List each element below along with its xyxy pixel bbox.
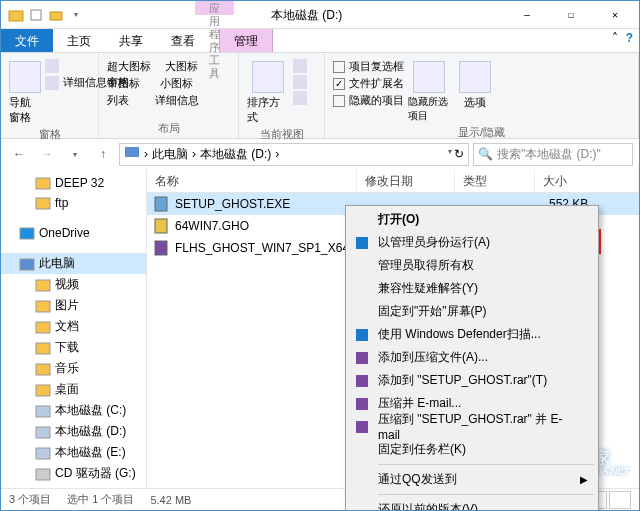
maximize-button[interactable]: ☐ [549,1,593,27]
close-button[interactable]: ✕ [593,1,637,27]
ctx-item[interactable]: 管理员取得所有权 [348,254,596,277]
history-dropdown[interactable]: ▾ [63,142,87,166]
tab-home[interactable]: 主页 [53,29,105,52]
ctx-item-label: 打开(O) [378,211,419,228]
tree-item-此电脑[interactable]: 此电脑 [1,253,146,274]
svg-rect-3 [125,147,139,157]
video-icon [35,277,51,293]
drive-icon [35,424,51,440]
tab-view[interactable]: 查看 [157,29,209,52]
crumb-pc[interactable]: 此电脑 [152,146,188,163]
tree-item-图片[interactable]: 图片 [1,295,146,316]
hide-selected-label: 隐藏所选项目 [408,95,450,123]
col-name[interactable]: 名称 [147,169,357,192]
svg-rect-1 [31,10,41,20]
tree-item-label: 文档 [55,318,79,335]
forward-button[interactable]: → [35,142,59,166]
refresh-icon[interactable]: ↻ [454,147,464,161]
breadcrumb[interactable]: › 此电脑 › 本地磁盘 (D:) › ▾ ↻ [119,143,469,166]
new-folder-icon[interactable] [47,6,65,24]
svg-rect-10 [36,322,50,333]
help-icon[interactable]: ? [626,31,633,45]
col-type[interactable]: 类型 [455,169,535,192]
search-icon: 🔍 [478,147,493,161]
tree-item-下载[interactable]: 下载 [1,337,146,358]
up-button[interactable]: ↑ [91,142,115,166]
tree-item-CD 驱动器 (G:)[interactable]: CD 驱动器 (G:) [1,463,146,484]
ctx-item[interactable]: 压缩到 "SETUP_GHOST.rar" 并 E-mail [348,415,596,438]
tree-item-DEEP 32[interactable]: DEEP 32 [1,173,146,193]
tree-item-label: ftp [55,196,68,210]
cd-icon [35,466,51,482]
tab-file[interactable]: 文件 [1,29,53,52]
col-date[interactable]: 修改日期 [357,169,455,192]
nav-pane-icon [9,61,41,93]
ctx-item[interactable]: 以管理员身份运行(A) [348,231,596,254]
tree-item-OneDrive[interactable]: OneDrive [1,223,146,243]
sort-button[interactable]: 排序方式 [247,57,289,125]
properties-icon[interactable] [27,6,45,24]
svg-rect-22 [356,237,368,249]
ctx-item[interactable]: 兼容性疑难解答(Y) [348,277,596,300]
group-current-label: 当前视图 [247,125,316,142]
file-ext-cb[interactable]: ✓ [333,78,345,90]
group-by-button[interactable] [293,59,307,73]
thumbnails-view-button[interactable] [609,491,631,509]
size-columns-button[interactable] [293,91,307,105]
drive-icon [35,403,51,419]
tree-item-音乐[interactable]: 音乐 [1,358,146,379]
ctx-item[interactable]: 添加到 "SETUP_GHOST.rar"(T) [348,369,596,392]
qat-dropdown-icon[interactable]: ▾ [67,6,85,24]
ctx-item-label: 添加到压缩文件(A)... [378,349,488,366]
tree-item-ftp[interactable]: ftp [1,193,146,213]
options-button[interactable]: 选项 [454,57,496,123]
tree-item-label: 此电脑 [39,255,75,272]
tree-item-桌面[interactable]: 桌面 [1,379,146,400]
ribbon-collapse-icon[interactable]: ˄ [612,31,618,45]
layout-list[interactable]: 列表 [107,93,129,108]
svg-rect-5 [36,198,50,209]
ctx-item[interactable]: 使用 Windows Defender扫描... [348,323,596,346]
rar-icon [354,373,370,389]
minimize-button[interactable]: — [505,1,549,27]
item-checkboxes-cb[interactable] [333,61,345,73]
hide-selected-icon [413,61,445,93]
folder-icon [35,195,51,211]
tree-item-视频[interactable]: 视频 [1,274,146,295]
layout-s[interactable]: 小图标 [160,76,193,91]
hide-selected-button[interactable]: 隐藏所选项目 [408,57,450,123]
addr-dropdown-icon[interactable]: ▾ [448,147,452,161]
back-button[interactable]: ← [7,142,31,166]
ribbon: 导航窗格 预览窗格 详细信息窗格 窗格 超大图标 大图标 中图标 小图标 列表 … [1,53,639,139]
hidden-items-cb[interactable] [333,95,345,107]
tree-item-label: CD 驱动器 (G:) [55,465,136,482]
ctx-item[interactable]: 固定到"开始"屏幕(P) [348,300,596,323]
tree-item-本地磁盘 (E:)[interactable]: 本地磁盘 (E:) [1,442,146,463]
ctx-item[interactable]: 添加到压缩文件(A)... [348,346,596,369]
ctx-item[interactable]: 打开(O) [348,208,596,231]
layout-details[interactable]: 详细信息 [155,93,199,108]
tree-item-label: 桌面 [55,381,79,398]
ctx-item[interactable]: 固定到任务栏(K) [348,438,596,461]
tab-share[interactable]: 共享 [105,29,157,52]
svg-rect-8 [36,280,50,291]
tree-item-文档[interactable]: 文档 [1,316,146,337]
crumb-drive[interactable]: 本地磁盘 (D:) [200,146,271,163]
rar-icon [354,350,370,366]
tree-item-label: DEEP 32 [55,176,104,190]
layout-xl[interactable]: 超大图标 [107,59,151,74]
search-input[interactable]: 🔍 搜索"本地磁盘 (D:)" [473,143,633,166]
ctx-item[interactable]: 还原以前的版本(V) [348,498,596,511]
tree-item-label: OneDrive [39,226,90,240]
ctx-item[interactable]: 通过QQ发送到▶ [348,468,596,491]
layout-l[interactable]: 大图标 [165,59,198,74]
tree-item-本地磁盘 (D:)[interactable]: 本地磁盘 (D:) [1,421,146,442]
col-size[interactable]: 大小 [535,169,639,192]
tab-manage[interactable]: 管理 [219,29,273,52]
nav-tree[interactable]: DEEP 32ftpOneDrive此电脑视频图片文档下载音乐桌面本地磁盘 (C… [1,169,147,488]
layout-m[interactable]: 中图标 [107,76,140,91]
add-columns-button[interactable] [293,75,307,89]
nav-pane-button[interactable]: 导航窗格 [9,57,41,125]
svg-rect-16 [36,448,50,459]
tree-item-本地磁盘 (C:)[interactable]: 本地磁盘 (C:) [1,400,146,421]
